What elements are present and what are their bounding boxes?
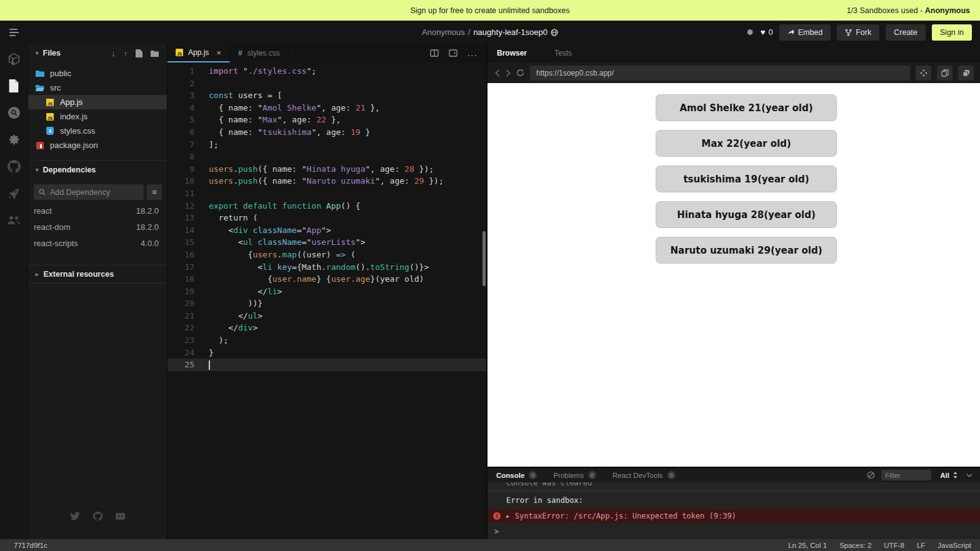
code-line-17[interactable]: 17 <li key={Math.random().toString()}>	[168, 261, 486, 274]
code-line-14[interactable]: 14 <div className="App">	[168, 224, 486, 237]
file-explorer-icon[interactable]	[7, 79, 21, 93]
add-dependency-input[interactable]: Add Dependency	[34, 184, 144, 200]
file-row-src[interactable]: src	[28, 81, 167, 95]
dependency-row-react[interactable]: react18.2.0	[28, 202, 167, 219]
split-horizontal-icon[interactable]	[430, 49, 439, 57]
fork-button[interactable]: Fork	[837, 24, 879, 41]
code-line-22[interactable]: 22 </div>	[168, 322, 486, 334]
file-row-package-json[interactable]: package.json	[28, 138, 167, 152]
status-item[interactable]: LF	[917, 542, 925, 549]
console-filter-input[interactable]	[881, 470, 931, 480]
preview-tab-tests[interactable]: Tests	[554, 49, 572, 57]
new-file-icon[interactable]	[136, 49, 142, 58]
editor-tab-App-js[interactable]: JSApp.js×	[168, 44, 230, 62]
console-error-row[interactable]: ! ▶ SyntaxError: /src/App.js: Unexpected…	[488, 509, 980, 523]
download-icon[interactable]: ↓	[111, 49, 116, 58]
settings-icon[interactable]	[7, 132, 21, 147]
status-item[interactable]: UTF-8	[884, 542, 904, 549]
file-row-App-js[interactable]: JSApp.js	[28, 95, 167, 109]
editor-tab-styles-css[interactable]: #styles.css	[230, 44, 289, 62]
sandbox-logo-icon[interactable]	[7, 52, 21, 66]
open-new-window-icon[interactable]	[937, 66, 952, 81]
status-item[interactable]: Spaces: 2	[839, 542, 871, 549]
dependency-row-react-dom[interactable]: react-dom18.2.0	[28, 219, 167, 235]
console-level-select[interactable]: All	[938, 472, 960, 479]
refresh-icon[interactable]	[516, 69, 524, 77]
console-tab-react-devtools[interactable]: React DevTools0	[612, 471, 676, 479]
code-line-1[interactable]: 1import "./styles.css";	[168, 65, 486, 77]
code-line-3[interactable]: 3const users = [	[168, 89, 486, 102]
upload-icon[interactable]: ↑	[124, 49, 128, 58]
code-line-10[interactable]: 10users.push({ name: "Naruto uzumaki", a…	[168, 175, 486, 187]
url-input[interactable]: https://1soep0.csb.app/	[530, 66, 910, 81]
sign-in-button[interactable]: Sign in	[932, 24, 972, 41]
code-line-18[interactable]: 18 {user.name} {user.age}(year old)	[168, 273, 486, 285]
search-icon[interactable]	[7, 106, 21, 120]
external-resources-header[interactable]: ▸ External resources	[28, 265, 167, 284]
code-line-23[interactable]: 23 );	[168, 334, 486, 347]
hamburger-icon[interactable]	[0, 29, 29, 36]
dependency-row-react-scripts[interactable]: react-scripts4.0.0	[28, 235, 167, 251]
code-line-19[interactable]: 19 </li>	[168, 285, 486, 298]
preferences-gear-icon[interactable]	[745, 27, 754, 37]
file-row-styles-css[interactable]: 3styles.css	[28, 124, 167, 138]
twitter-icon[interactable]	[69, 510, 81, 522]
file-row-public[interactable]: public	[28, 66, 167, 81]
user-list-item[interactable]: Max 22(year old)	[656, 130, 837, 157]
code-line-20[interactable]: 20 ))}	[168, 297, 486, 310]
code-line-15[interactable]: 15 <ul className="userLists">	[168, 236, 486, 249]
back-icon[interactable]	[495, 69, 500, 77]
code-line-24[interactable]: 24}	[168, 347, 486, 359]
code-line-9[interactable]: 9users.push({ name: "Hinata hyuga", age:…	[168, 163, 486, 176]
code-line-13[interactable]: 13 return (	[168, 212, 486, 224]
code-line-16[interactable]: 16 {users.map((user) => (	[168, 249, 486, 261]
preview-pane: BrowserTests https://1soep0.csb.app/ Amo…	[486, 44, 980, 539]
status-bar: 7717d9f1c Ln 25, Col 1Spaces: 2UTF-8LFJa…	[0, 539, 980, 551]
rocket-icon[interactable]	[7, 186, 21, 201]
close-icon[interactable]: ×	[216, 48, 221, 57]
split-vertical-icon[interactable]	[449, 49, 458, 57]
code-line-4[interactable]: 4 { name: "Amol Shelke", age: 21 },	[168, 102, 486, 114]
dependency-menu-icon[interactable]: ≡	[147, 184, 162, 200]
code-line-6[interactable]: 6 { name: "tsukishima", age: 19 }	[168, 126, 486, 139]
discord-icon[interactable]	[114, 510, 126, 522]
user-list-item[interactable]: tsukishima 19(year old)	[656, 166, 837, 192]
dependencies-header[interactable]: ▾ Dependencies	[28, 161, 167, 179]
clear-console-icon[interactable]	[867, 471, 875, 479]
code-line-21[interactable]: 21 </ul>	[168, 310, 486, 322]
editor-scrollbar[interactable]	[482, 231, 486, 286]
github-icon[interactable]	[7, 159, 21, 174]
code-line-25[interactable]: 25	[168, 359, 486, 371]
console-tab-console[interactable]: Console0	[496, 471, 537, 479]
code-line-7[interactable]: 7];	[168, 139, 486, 151]
file-row-index-js[interactable]: JSindex.js	[28, 109, 167, 124]
pointer-dots-icon[interactable]	[916, 66, 931, 81]
code-line-12[interactable]: 12export default function App() {	[168, 200, 486, 212]
code-line-11[interactable]: 11	[168, 187, 486, 200]
new-folder-icon[interactable]	[151, 49, 159, 58]
npm-file-icon	[36, 142, 44, 149]
user-list-item[interactable]: Hinata hyuga 28(year old)	[656, 201, 837, 228]
code-line-8[interactable]: 8	[168, 151, 486, 163]
code-line-2[interactable]: 2	[168, 77, 486, 90]
status-item[interactable]: JavaScript	[938, 542, 971, 549]
console-tab-problems[interactable]: Problems0	[553, 471, 596, 479]
responsive-icon[interactable]	[958, 66, 974, 81]
forward-icon[interactable]	[506, 69, 511, 77]
live-users-icon[interactable]	[7, 213, 21, 227]
create-button[interactable]: Create	[886, 24, 926, 41]
expand-triangle-icon[interactable]: ▶	[506, 514, 509, 519]
github-icon[interactable]	[92, 510, 103, 522]
user-list-item[interactable]: Naruto uzumaki 29(year old)	[656, 237, 837, 264]
embed-button[interactable]: Embed	[779, 24, 831, 41]
like-control[interactable]: ♥0	[761, 27, 773, 37]
user-list-item[interactable]: Amol Shelke 21(year old)	[656, 94, 837, 121]
more-icon[interactable]: ...	[468, 47, 478, 59]
files-panel-header[interactable]: ▾ Files ↓ ↑	[28, 44, 167, 62]
preview-tab-browser[interactable]: Browser	[497, 49, 527, 57]
code-line-5[interactable]: 5 { name: "Max", age: 22 },	[168, 114, 486, 126]
status-item[interactable]: Ln 25, Col 1	[788, 542, 827, 549]
console-input[interactable]: >	[488, 523, 980, 536]
code-area[interactable]: 1import "./styles.css";23const users = […	[168, 62, 486, 539]
chevron-down-icon[interactable]	[966, 474, 972, 477]
